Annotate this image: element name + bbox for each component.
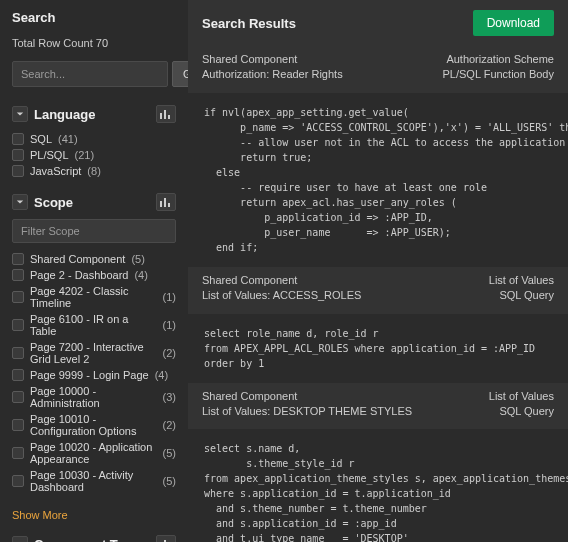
facet-item[interactable]: Page 6100 - IR on a Table (1): [12, 311, 176, 339]
svg-rect-4: [164, 198, 166, 207]
chart-button[interactable]: [156, 105, 176, 123]
facet-label: Page 10010 - Configuration Options: [30, 413, 157, 437]
result-block: Shared Component Authorization: Reader R…: [188, 46, 568, 267]
collapse-button[interactable]: [12, 106, 28, 122]
facet-item[interactable]: Page 10030 - Activity Dashboard (5): [12, 467, 176, 495]
facet-count: (1): [163, 319, 176, 331]
facet-header-scope: Scope: [12, 193, 176, 211]
result-name: List of Values: DESKTOP THEME STYLES: [202, 404, 412, 419]
sidebar-title: Search: [12, 10, 176, 25]
facet-header-language: Language: [12, 105, 176, 123]
facet-title: Scope: [34, 195, 73, 210]
code-block[interactable]: if nvl(apex_app_setting.get_value( p_nam…: [188, 93, 568, 267]
facet-item[interactable]: Page 4202 - Classic Timeline (1): [12, 283, 176, 311]
result-name: Authorization: Reader Rights: [202, 67, 343, 82]
bar-chart-icon: [160, 109, 172, 119]
facet-item[interactable]: Page 10000 - Administration (3): [12, 383, 176, 411]
result-meta: Shared Component Authorization: Reader R…: [188, 46, 568, 93]
result-block: Shared Component List of Values: ACCESS_…: [188, 267, 568, 383]
main-header: Search Results Download: [188, 0, 568, 46]
chart-button[interactable]: [156, 193, 176, 211]
facet-label: Page 9999 - Login Page: [30, 369, 149, 381]
facet-count: (5): [131, 253, 144, 265]
show-more-link[interactable]: Show More: [12, 509, 176, 521]
checkbox[interactable]: [12, 149, 24, 161]
chart-button[interactable]: [156, 535, 176, 542]
go-button[interactable]: Go: [172, 61, 188, 87]
results-title: Search Results: [202, 16, 296, 31]
facet-label: SQL: [30, 133, 52, 145]
checkbox[interactable]: [12, 269, 24, 281]
search-row: Go: [12, 61, 176, 87]
result-lang: SQL Query: [489, 404, 554, 419]
facet-label: Page 2 - Dashboard: [30, 269, 128, 281]
checkbox[interactable]: [12, 369, 24, 381]
facet-count: (3): [163, 391, 176, 403]
result-block: Shared Component List of Values: DESKTOP…: [188, 383, 568, 542]
checkbox[interactable]: [12, 291, 24, 303]
facet-label: Page 10020 - Application Appearance: [30, 441, 157, 465]
checkbox[interactable]: [12, 133, 24, 145]
main-panel: Search Results Download Shared Component…: [188, 0, 568, 542]
result-lang: PL/SQL Function Body: [443, 67, 555, 82]
facet-header-component-type: Component Type: [12, 535, 176, 542]
checkbox[interactable]: [12, 419, 24, 431]
facet-label: Page 7200 - Interactive Grid Level 2: [30, 341, 157, 365]
checkbox[interactable]: [12, 165, 24, 177]
result-scope: Shared Component: [202, 389, 412, 404]
code-block[interactable]: select s.name d, s.theme_style_id r from…: [188, 429, 568, 542]
facet-label: Page 10030 - Activity Dashboard: [30, 469, 157, 493]
facet-count: (1): [163, 291, 176, 303]
facet-count: (41): [58, 133, 78, 145]
row-count: Total Row Count 70: [12, 37, 176, 49]
result-meta: Shared Component List of Values: ACCESS_…: [188, 267, 568, 314]
result-scope: Shared Component: [202, 273, 361, 288]
filter-scope-input[interactable]: [12, 219, 176, 243]
facet-list-language: SQL (41) PL/SQL (21) JavaScript (8): [12, 131, 176, 179]
download-button[interactable]: Download: [473, 10, 554, 36]
result-scope: Shared Component: [202, 52, 343, 67]
svg-rect-5: [168, 203, 170, 207]
facet-label: PL/SQL: [30, 149, 69, 161]
checkbox[interactable]: [12, 475, 24, 487]
chevron-down-icon: [16, 198, 24, 206]
result-type: Authorization Scheme: [443, 52, 555, 67]
facet-item[interactable]: JavaScript (8): [12, 163, 176, 179]
facet-label: Page 6100 - IR on a Table: [30, 313, 157, 337]
code-block[interactable]: select role_name d, role_id r from APEX_…: [188, 314, 568, 383]
facet-item[interactable]: Page 10010 - Configuration Options (2): [12, 411, 176, 439]
svg-rect-3: [160, 201, 162, 207]
facet-label: Shared Component: [30, 253, 125, 265]
facet-label: JavaScript: [30, 165, 81, 177]
facet-title: Language: [34, 107, 95, 122]
facet-count: (8): [87, 165, 100, 177]
collapse-button[interactable]: [12, 194, 28, 210]
facet-count: (4): [134, 269, 147, 281]
checkbox[interactable]: [12, 319, 24, 331]
facet-label: Page 4202 - Classic Timeline: [30, 285, 157, 309]
facet-count: (5): [163, 447, 176, 459]
facet-item[interactable]: Page 7200 - Interactive Grid Level 2 (2): [12, 339, 176, 367]
facet-item[interactable]: PL/SQL (21): [12, 147, 176, 163]
result-type: List of Values: [489, 389, 554, 404]
checkbox[interactable]: [12, 347, 24, 359]
facet-item[interactable]: Page 2 - Dashboard (4): [12, 267, 176, 283]
facet-item[interactable]: SQL (41): [12, 131, 176, 147]
facet-item[interactable]: Page 10020 - Application Appearance (5): [12, 439, 176, 467]
checkbox[interactable]: [12, 447, 24, 459]
facet-item[interactable]: Shared Component (5): [12, 251, 176, 267]
facet-count: (5): [163, 475, 176, 487]
svg-rect-2: [168, 115, 170, 119]
result-lang: SQL Query: [489, 288, 554, 303]
facet-item[interactable]: Page 9999 - Login Page (4): [12, 367, 176, 383]
checkbox[interactable]: [12, 253, 24, 265]
svg-rect-1: [164, 110, 166, 119]
chevron-down-icon: [16, 110, 24, 118]
search-input[interactable]: [12, 61, 168, 87]
checkbox[interactable]: [12, 391, 24, 403]
facet-count: (2): [163, 419, 176, 431]
facet-label: Page 10000 - Administration: [30, 385, 157, 409]
collapse-button[interactable]: [12, 536, 28, 542]
sidebar: Search Total Row Count 70 Go Language SQ…: [0, 0, 188, 542]
result-type: List of Values: [489, 273, 554, 288]
